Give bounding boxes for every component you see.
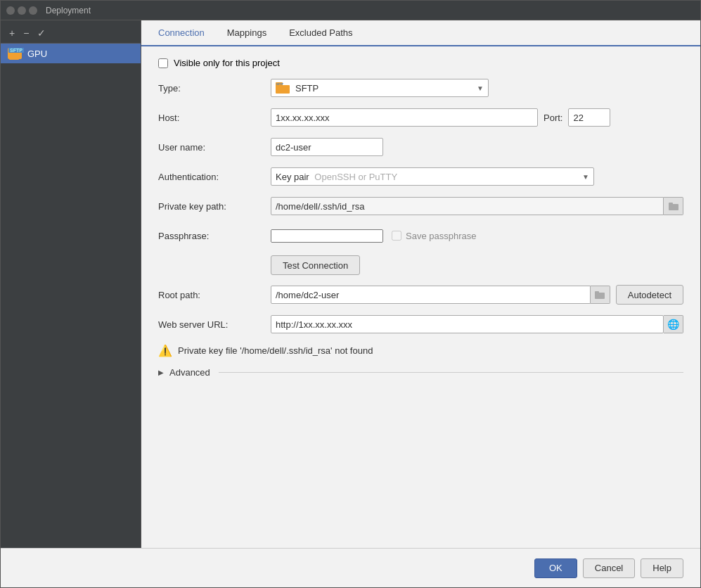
port-label: Port: — [544, 113, 562, 123]
autodetect-button[interactable]: Autodetect — [616, 285, 683, 305]
save-passphrase-checkbox[interactable] — [392, 231, 401, 241]
tabs-bar: Connection Mappings Excluded Paths — [141, 20, 700, 46]
host-label: Host: — [158, 113, 271, 123]
sftp-icon-wrap: SFTP SFTP — [276, 82, 319, 94]
web-server-control: http://1xx.xx.xx.xxx 🌐 — [271, 315, 683, 333]
type-select[interactable]: SFTP SFTP ▼ — [271, 79, 489, 97]
sidebar-item-label: GPU — [27, 49, 47, 59]
private-key-label: Private key path: — [158, 201, 271, 212]
private-key-input-wrap: /home/dell/.ssh/id_rsa — [271, 197, 683, 215]
visible-only-label: Visible only for this project — [174, 58, 280, 68]
confirm-button[interactable]: ✓ — [34, 26, 49, 40]
root-path-input[interactable]: /home/dc2-user — [271, 286, 591, 304]
web-server-globe-button[interactable]: 🌐 — [664, 315, 683, 333]
auth-dropdown-arrow: ▼ — [582, 173, 589, 181]
globe-icon: 🌐 — [667, 319, 679, 330]
username-control: dc2-user — [271, 138, 683, 156]
web-server-input[interactable]: http://1xx.xx.xx.xxx — [271, 315, 664, 333]
root-path-control: /home/dc2-user Autodetect — [271, 285, 683, 305]
root-path-label: Root path: — [158, 290, 271, 300]
username-row: User name: dc2-user — [158, 137, 683, 157]
type-label: Type: — [158, 83, 271, 94]
auth-label: Authentication: — [158, 172, 271, 182]
sidebar: + − ✓ SFTP GPU — [1, 20, 141, 548]
warning-icon: ⚠️ — [158, 344, 172, 357]
save-passphrase-label: Save passphrase — [392, 231, 476, 241]
web-server-row: Web server URL: http://1xx.xx.xx.xxx 🌐 — [158, 314, 683, 334]
root-path-browse-button[interactable] — [591, 286, 610, 304]
tab-content: Visible only for this project Type: SFTP — [141, 46, 700, 548]
test-connection-control: Test Connection — [271, 255, 683, 275]
passphrase-label: Passphrase: — [158, 231, 271, 241]
private-key-browse-button[interactable] — [664, 197, 683, 215]
advanced-label: Advanced — [169, 367, 210, 378]
dialog-footer: OK Cancel Help — [1, 548, 700, 587]
sftp-item-icon: SFTP — [8, 48, 22, 59]
private-key-control: /home/dell/.ssh/id_rsa — [271, 197, 683, 215]
passphrase-control: Save passphrase — [271, 229, 683, 243]
private-key-row: Private key path: /home/dell/.ssh/id_rsa — [158, 196, 683, 216]
root-path-row: Root path: /home/dc2-user — [158, 285, 683, 305]
close-button[interactable] — [6, 6, 15, 15]
host-control: 1xx.xx.xx.xxx Port: 22 — [271, 108, 683, 127]
sftp-type-icon: SFTP — [276, 82, 291, 94]
dialog-title: Deployment — [46, 6, 91, 15]
username-label: User name: — [158, 142, 271, 153]
svg-rect-6 — [669, 203, 673, 205]
auth-row: Authentication: Key pair OpenSSH or PuTT… — [158, 167, 683, 186]
tab-mappings[interactable]: Mappings — [216, 20, 278, 46]
help-button[interactable]: Help — [641, 558, 683, 578]
auth-value: Key pair OpenSSH or PuTTY — [276, 172, 397, 182]
folder-icon — [669, 202, 679, 210]
web-server-label: Web server URL: — [158, 319, 271, 330]
host-input[interactable]: 1xx.xx.xx.xxx — [271, 108, 538, 127]
svg-rect-0 — [9, 53, 19, 60]
auth-control: Key pair OpenSSH or PuTTY ▼ — [271, 167, 683, 186]
root-path-input-wrap: /home/dc2-user — [271, 286, 610, 304]
passphrase-input[interactable] — [271, 229, 383, 243]
maximize-button[interactable] — [29, 6, 37, 15]
svg-rect-8 — [595, 291, 599, 294]
sidebar-item-gpu[interactable]: SFTP GPU — [1, 44, 141, 63]
main-panel: Connection Mappings Excluded Paths Visib… — [141, 20, 700, 548]
type-dropdown-arrow: ▼ — [477, 84, 484, 92]
sidebar-toolbar: + − ✓ — [1, 23, 141, 44]
test-connection-button[interactable]: Test Connection — [271, 255, 360, 275]
add-button[interactable]: + — [6, 26, 18, 40]
minimize-button[interactable] — [18, 6, 26, 15]
auth-select[interactable]: Key pair OpenSSH or PuTTY ▼ — [271, 167, 594, 186]
visible-only-row: Visible only for this project — [158, 58, 683, 68]
advanced-row[interactable]: ▶ Advanced — [158, 367, 683, 378]
host-row: Host: 1xx.xx.xx.xxx Port: 22 — [158, 108, 683, 127]
username-input[interactable]: dc2-user — [271, 138, 383, 156]
tab-excluded-paths[interactable]: Excluded Paths — [278, 20, 364, 46]
folder-icon-2 — [595, 290, 605, 299]
content-area: + − ✓ SFTP GPU Connection Mapping — [1, 20, 700, 548]
advanced-arrow-icon: ▶ — [158, 369, 164, 376]
advanced-divider — [219, 372, 683, 373]
type-row: Type: SFTP SFTP ▼ — [158, 78, 683, 98]
root-path-section: /home/dc2-user Autodetect — [271, 285, 683, 305]
deployment-dialog: Deployment + − ✓ SFTP GPU — [0, 0, 701, 588]
title-bar: Deployment — [1, 1, 700, 20]
ok-button[interactable]: OK — [534, 558, 577, 578]
warning-row: ⚠️ Private key file '/home/dell/.ssh/id_… — [158, 344, 683, 357]
web-server-section: http://1xx.xx.xx.xxx 🌐 — [271, 315, 683, 333]
port-input[interactable]: 22 — [568, 108, 610, 127]
type-control: SFTP SFTP ▼ — [271, 79, 683, 97]
remove-button[interactable]: − — [20, 26, 32, 40]
cancel-button[interactable]: Cancel — [583, 558, 635, 578]
passphrase-section: Save passphrase — [271, 229, 476, 243]
passphrase-row: Passphrase: Save passphrase — [158, 226, 683, 245]
window-controls — [6, 6, 37, 15]
svg-text:SFTP: SFTP — [276, 82, 284, 86]
tab-connection[interactable]: Connection — [147, 20, 216, 46]
warning-text: Private key file '/home/dell/.ssh/id_rsa… — [178, 345, 373, 356]
visible-only-checkbox[interactable] — [158, 58, 168, 68]
type-value: SFTP — [295, 83, 319, 94]
test-connection-row: Test Connection — [158, 255, 683, 275]
private-key-input[interactable]: /home/dell/.ssh/id_rsa — [271, 197, 664, 215]
